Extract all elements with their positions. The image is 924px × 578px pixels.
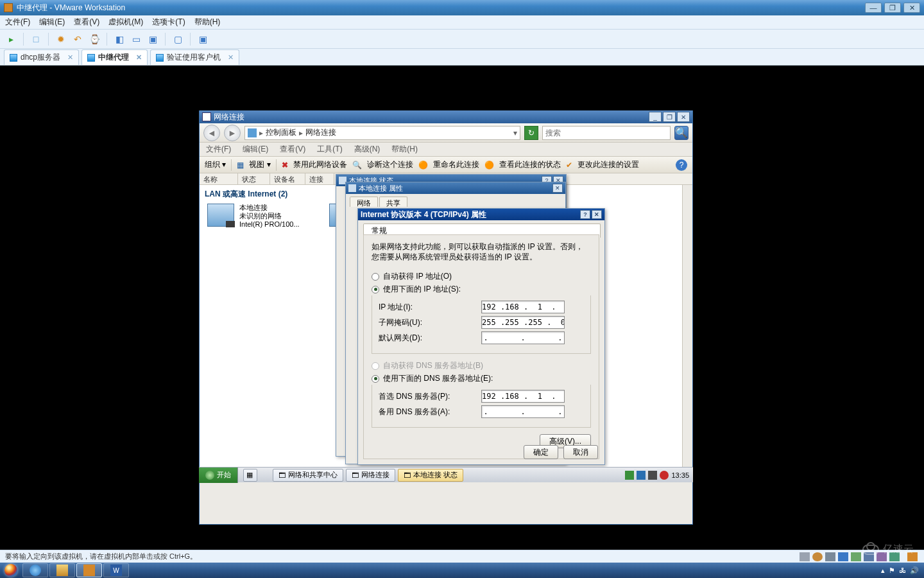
menu-vm[interactable]: 虚拟机(M) [108,17,143,28]
tray-sound-icon[interactable] [648,471,657,480]
breadcrumb-network-connections[interactable]: 网络连接 [305,127,336,138]
search-button[interactable]: 🔍 [674,126,689,140]
address-bar[interactable]: ▸ 控制面板 ▸ 网络连接 ▾ [244,126,520,140]
tab-sharing[interactable]: 共享 [379,197,407,207]
tab-verify-client[interactable]: 验证使用客户机 ✕ [150,49,239,65]
disable-device-button[interactable]: 禁用此网络设备 [293,159,347,170]
unity-icon[interactable]: ▢ [171,32,185,46]
taskbar-item-network-connections[interactable]: 🗔 网络连接 [346,469,395,482]
diagnose-button[interactable]: 诊断这个连接 [367,159,413,170]
tray-sound-icon[interactable]: 🔊 [910,566,919,575]
snapshot-take-icon[interactable]: ✹ [54,32,68,46]
breadcrumb-control-panel[interactable]: 控制面板 [266,127,296,138]
close-tab-icon[interactable]: ✕ [136,53,142,62]
radio-manual-dns[interactable]: 使用下面的 DNS 服务器地址(E): [372,373,591,384]
description-text: 如果网络支持此功能，则可以获取自动指派的 IP 设置。否则， 您需要从网络系统管… [372,241,591,262]
menu-help[interactable]: 帮助(H) [194,17,221,28]
snapshot-icon[interactable]: □ [29,32,43,46]
power-on-icon[interactable]: ▸ [4,32,18,46]
close-button[interactable]: ✕ [677,112,690,122]
views-button[interactable]: 视图 ▾ [249,159,270,170]
forward-button[interactable]: ► [224,125,241,141]
menu-tabs[interactable]: 选项卡(T) [152,17,185,28]
change-settings-button[interactable]: 更改此连接的设置 [578,159,639,170]
close-tab-icon[interactable]: ✕ [228,53,234,62]
minimize-button[interactable]: — [865,3,882,13]
radio-auto-ip[interactable]: 自动获得 IP 地址(O) [372,271,591,282]
view-status-button[interactable]: 查看此连接的状态 [499,159,561,170]
cancel-button[interactable]: 取消 [563,445,598,459]
menu-file[interactable]: 文件(F) [5,17,30,28]
snapshot-manager-icon[interactable]: ⌚ [87,32,101,46]
preferred-dns-input[interactable] [481,390,565,403]
gateway-input[interactable] [481,331,565,344]
host-app-explorer[interactable] [49,563,75,577]
back-button[interactable]: ◄ [203,125,220,141]
minimize-button[interactable]: _ [649,112,662,122]
radio-manual-ip[interactable]: 使用下面的 IP 地址(S): [372,284,591,295]
refresh-button[interactable]: ↻ [524,126,538,140]
connection-item-local[interactable]: 本地连接 未识别的网络 Intel(R) PRO/100... [205,201,320,231]
tray-icon[interactable] [625,471,634,480]
close-tab-icon[interactable]: ✕ [67,53,73,62]
usb-icon[interactable] [851,552,861,561]
menu-edit[interactable]: 编辑(E) [243,144,268,155]
organize-button[interactable]: 组织 ▾ [205,159,226,170]
cd-icon[interactable] [812,552,823,561]
search-input[interactable] [542,126,671,140]
close-button[interactable]: ✕ [552,184,563,193]
restore-button[interactable]: ❐ [663,112,676,122]
tab-network[interactable]: 网络 [350,197,378,207]
tray-flag-icon[interactable]: ⚑ [889,566,895,575]
network-icon[interactable] [838,552,848,561]
maximize-button[interactable]: ❐ [884,3,901,13]
hdd-icon[interactable] [800,552,810,561]
menu-file[interactable]: 文件(F) [206,144,231,155]
taskbar-item-sharing-center[interactable]: 🗔 网络和共享中心 [273,469,343,482]
ok-button[interactable]: 确定 [524,445,558,459]
floppy-icon[interactable] [825,552,835,561]
menu-view[interactable]: 查看(V) [74,17,99,28]
host-app-ie[interactable] [22,563,48,577]
menu-advanced[interactable]: 高级(N) [354,144,381,155]
menu-tools[interactable]: 工具(T) [317,144,342,155]
host-app-word[interactable]: W [103,563,129,577]
clock[interactable]: 13:35 [671,471,689,479]
close-button[interactable]: ✕ [903,3,920,13]
view-multi-icon[interactable]: ▭ [129,32,143,46]
dialog-titlebar[interactable]: Internet 协议版本 4 (TCP/IPv4) 属性 ? ✕ [358,209,604,220]
subnet-mask-input[interactable] [481,316,565,329]
col-device[interactable]: 设备名 [270,173,305,184]
tray-chevron-icon[interactable]: ▴ [881,566,885,575]
start-button[interactable]: 开始 [199,468,238,483]
col-name[interactable]: 名称 [200,173,238,184]
ip-address-input[interactable] [481,301,565,313]
vm-display-area[interactable]: 网络连接 _ ❐ ✕ ◄ ► ▸ 控制面板 ▸ 网络连接 ▾ ↻ 🔍 文件(F) [0,66,924,548]
taskbar-item-local-connection-status[interactable]: 🗔 本地连接 状态 [398,469,463,482]
tray-network-icon[interactable]: 🖧 [899,566,906,574]
tab-dhcp-server[interactable]: dhcp服务器 ✕ [4,49,79,65]
host-start-button[interactable] [0,563,22,578]
help-icon[interactable]: ? [676,159,687,171]
tray-alert-icon[interactable] [660,471,669,480]
menu-edit[interactable]: 编辑(E) [39,17,65,28]
explorer-titlebar[interactable]: 网络连接 _ ❐ ✕ [200,110,692,123]
dialog-titlebar[interactable]: 本地连接 属性 ✕ [346,182,565,194]
quick-launch-icon[interactable]: ▦ [243,469,257,482]
rename-button[interactable]: 重命名此连接 [433,159,479,170]
vertical-scrollbar[interactable] [682,185,692,468]
snapshot-revert-icon[interactable]: ↶ [71,32,85,46]
close-button[interactable]: ✕ [592,210,602,219]
host-app-vmware[interactable] [76,563,102,577]
alternate-dns-input[interactable] [481,405,565,418]
menu-help[interactable]: 帮助(H) [391,144,418,155]
view-console-icon[interactable]: ▣ [146,32,160,46]
col-conn[interactable]: 连接 [305,173,334,184]
fullscreen-icon[interactable]: ▣ [196,32,210,46]
menu-view[interactable]: 查看(V) [280,144,305,155]
view-single-icon[interactable]: ◧ [112,32,126,46]
col-status[interactable]: 状态 [238,173,270,184]
tab-relay-agent[interactable]: 中继代理 ✕ [81,49,148,65]
tray-network-icon[interactable] [637,471,646,480]
help-button[interactable]: ? [580,210,590,219]
